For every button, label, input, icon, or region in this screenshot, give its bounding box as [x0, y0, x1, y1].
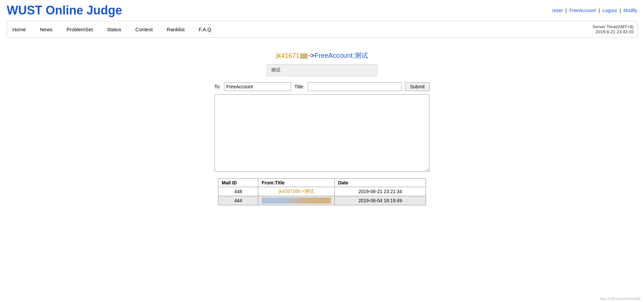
server-time-value: 2019-6-21 23:43:10 — [593, 29, 634, 34]
title-label: Title: — [294, 84, 305, 89]
to-input[interactable] — [224, 82, 291, 91]
nav-status[interactable]: Status — [105, 25, 123, 34]
table-row[interactable]: 4442019-06-04 18:19:49 — [218, 196, 426, 205]
account-link[interactable]: FreeAccount — [569, 8, 596, 13]
message-body[interactable] — [215, 94, 429, 172]
main-content: jk41671->FreeAccount:测试 测试 To: Title: Su… — [0, 51, 644, 205]
server-time: Server Time(GMT+8) 2019-6-21 23:43:10 — [593, 24, 634, 34]
separator-2: | — [599, 8, 600, 13]
table-row[interactable]: 448jk4167166->测试2019-06-21 23:21:34 — [218, 187, 426, 196]
date-cell: 2019-06-21 23:21:34 — [334, 187, 426, 196]
reset-link[interactable]: reset — [552, 8, 563, 13]
compose-row: To: Title: Submit — [214, 82, 430, 91]
top-right-nav: reset | FreeAccount | Logout | Modify — [552, 8, 637, 13]
preview-box: 测试 — [267, 64, 377, 76]
col-date: Date — [334, 179, 426, 187]
logout-link[interactable]: Logout — [602, 8, 617, 13]
to-user: FreeAccount — [315, 52, 353, 59]
message-header: jk41671->FreeAccount:测试 — [276, 51, 368, 60]
mail-from-link[interactable]: jk4167166->测试 — [279, 188, 314, 194]
col-from-title: From:Title — [258, 179, 335, 187]
separator-1: | — [566, 8, 567, 13]
col-mail-id: Mail ID — [218, 179, 258, 187]
nav-problemset[interactable]: ProblemSet — [65, 25, 95, 34]
title-input[interactable] — [308, 82, 401, 91]
mail-id-cell: 448 — [218, 187, 258, 196]
modify-link[interactable]: Modify — [624, 8, 637, 13]
submit-button[interactable]: Submit — [405, 82, 430, 91]
nav-contest[interactable]: Contest — [133, 25, 155, 34]
navigation-bar: Home News ProblemSet Status Contest Rank… — [7, 21, 637, 38]
arrow: -> — [308, 52, 314, 59]
separator-3: | — [620, 8, 621, 13]
nav-ranklist[interactable]: Ranklist — [165, 25, 186, 34]
subject-header: 测试 — [355, 52, 368, 59]
nav-news[interactable]: News — [38, 25, 55, 34]
mail-id-cell: 444 — [218, 196, 258, 205]
blurred-content — [262, 198, 331, 204]
nav-links: Home News ProblemSet Status Contest Rank… — [10, 25, 213, 34]
from-title-cell[interactable]: jk4167166->测试 — [258, 187, 335, 196]
date-cell: 2019-06-04 18:19:49 — [334, 196, 426, 205]
nav-home[interactable]: Home — [10, 25, 28, 34]
mail-table: Mail ID From:Title Date 448jk4167166->测试… — [218, 178, 426, 205]
nav-faq[interactable]: F.A.Q — [197, 25, 214, 34]
to-label: To: — [214, 84, 221, 89]
redacted-icon — [300, 53, 308, 59]
from-title-cell[interactable] — [258, 196, 335, 205]
server-time-label: Server Time(GMT+8) — [593, 24, 634, 29]
from-user: jk41671 — [276, 52, 300, 59]
site-title[interactable]: WUST Online Judge — [7, 3, 122, 17]
